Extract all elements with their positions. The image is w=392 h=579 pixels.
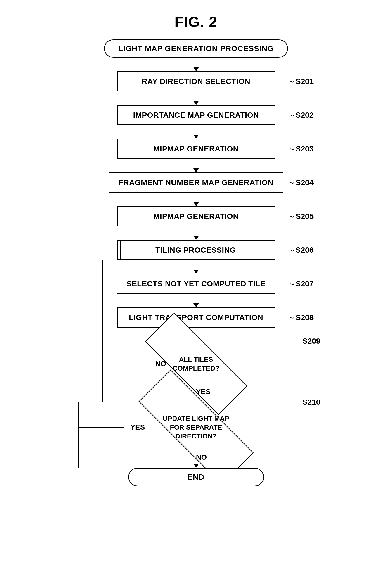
step-s202-box: IMPORTANCE MAP GENERATION bbox=[117, 105, 275, 125]
step-label-s205: ～S205 bbox=[288, 211, 314, 221]
step-label-s201: ～S201 bbox=[288, 76, 314, 87]
step-label-s208: ～S208 bbox=[288, 312, 314, 323]
outer-loop-line bbox=[78, 402, 79, 468]
yes-label-s209: YES bbox=[196, 387, 211, 396]
start-box: LIGHT MAP GENERATION PROCESSING bbox=[104, 39, 288, 58]
step-label-s204: ～S204 bbox=[288, 177, 314, 188]
step-row-s206: TILING PROCESSING ～S206 bbox=[38, 240, 354, 260]
step-s203-box: MIPMAP GENERATION bbox=[117, 139, 275, 159]
arrow-1 bbox=[194, 91, 199, 105]
step-label-s203: ～S203 bbox=[288, 144, 314, 154]
arrow-5 bbox=[194, 226, 199, 240]
end-row: END bbox=[38, 468, 354, 486]
diamond-s209-text: ALL TILESCOMPLETED? bbox=[173, 355, 219, 372]
step-label-s202: ～S202 bbox=[288, 110, 314, 120]
step-row-s204: FRAGMENT NUMBER MAP GENERATION ～S204 bbox=[38, 172, 354, 193]
yes-s210-horizontal bbox=[78, 427, 124, 428]
diamond-s209: ALL TILESCOMPLETED? NO bbox=[133, 341, 260, 386]
arrow-2 bbox=[194, 125, 199, 139]
step-label-s209: S209 bbox=[302, 337, 320, 345]
arrow-3 bbox=[194, 159, 199, 172]
arrow-7 bbox=[194, 294, 199, 307]
no-label-s210: NO bbox=[196, 453, 207, 461]
arrow-0 bbox=[194, 58, 199, 71]
step-s206-box: TILING PROCESSING bbox=[117, 240, 275, 260]
loop-line-vertical bbox=[102, 260, 103, 402]
page-title: FIG. 2 bbox=[175, 14, 218, 30]
step-label-s207: ～S207 bbox=[288, 279, 314, 289]
diamond-s209-no-label: NO bbox=[155, 360, 166, 368]
step-s205-box: MIPMAP GENERATION bbox=[117, 206, 275, 226]
no-arrow-s210: NO bbox=[194, 452, 199, 468]
step-row-s208: LIGHT TRANSPORT COMPUTATION ～S208 bbox=[38, 307, 354, 328]
step-s201-box: RAY DIRECTION SELECTION bbox=[117, 71, 275, 91]
step-s204-box: FRAGMENT NUMBER MAP GENERATION bbox=[109, 172, 283, 193]
diamond-s210-text: UPDATE LIGHT MAPFOR SEPARATEDIRECTION? bbox=[163, 414, 229, 440]
step-row-s202: IMPORTANCE MAP GENERATION ～S202 bbox=[38, 105, 354, 125]
start-row: LIGHT MAP GENERATION PROCESSING bbox=[38, 39, 354, 58]
step-label-s206: ～S206 bbox=[288, 245, 314, 255]
step-row-s207: SELECTS NOT YET COMPUTED TILE ～S207 bbox=[38, 274, 354, 294]
flowchart: LIGHT MAP GENERATION PROCESSING RAY DIRE… bbox=[38, 39, 354, 504]
step-row-s205: MIPMAP GENERATION ～S205 bbox=[38, 206, 354, 226]
arrow-4 bbox=[194, 193, 199, 206]
end-box: END bbox=[128, 468, 264, 486]
step-row-s203: MIPMAP GENERATION ～S203 bbox=[38, 139, 354, 159]
no-arrow-horizontal bbox=[102, 309, 133, 309]
step-label-s210: S210 bbox=[302, 398, 320, 407]
diamond-s210: UPDATE LIGHT MAPFOR SEPARATEDIRECTION? Y… bbox=[124, 402, 268, 452]
step-s207-box: SELECTS NOT YET COMPUTED TILE bbox=[117, 274, 275, 294]
step-row-s201: RAY DIRECTION SELECTION ～S201 bbox=[38, 71, 354, 91]
step-s208-box: LIGHT TRANSPORT COMPUTATION bbox=[117, 307, 275, 328]
step-row-s209: S209 ALL TILESCOMPLETED? NO bbox=[38, 341, 354, 386]
arrow-6 bbox=[194, 260, 199, 274]
diamond-s210-yes-label: YES bbox=[131, 423, 145, 432]
